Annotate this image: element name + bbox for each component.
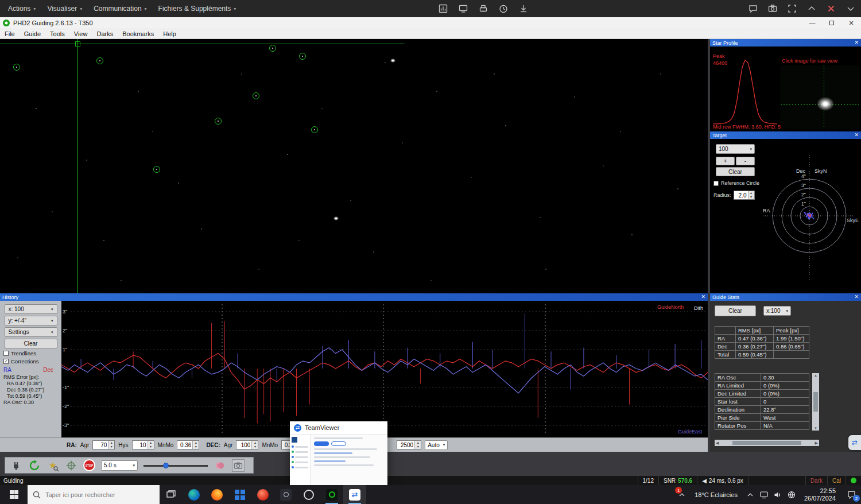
history-clear-button[interactable]: Clear — [5, 339, 57, 348]
scroll-up-icon[interactable]: ▴ — [815, 373, 817, 378]
vertical-scrollbar[interactable]: ▴ ▾ — [812, 373, 819, 431]
restore-button[interactable] — [822, 17, 841, 29]
star-thumbnail[interactable] — [781, 65, 859, 129]
ra-legend[interactable]: RA — [3, 367, 11, 373]
scroll-right-icon[interactable]: ▶ — [815, 441, 818, 445]
menu-darks[interactable]: Darks — [92, 30, 118, 37]
taskbar-app-edge[interactable] — [183, 485, 205, 504]
close-icon[interactable]: ✕ — [701, 294, 705, 300]
ra-agr-input[interactable] — [93, 441, 108, 449]
dec-agr-input[interactable] — [236, 441, 251, 449]
stats-clear-button[interactable]: Clear — [715, 305, 756, 316]
scroll-down-icon[interactable]: ▾ — [815, 426, 817, 431]
printer-icon[interactable] — [478, 3, 489, 14]
tray-volume-icon[interactable] — [771, 485, 785, 504]
menu-tools[interactable]: Tools — [45, 30, 69, 37]
tv-menu-communication[interactable]: Communication▾ — [94, 5, 146, 13]
tray-network-icon[interactable] — [785, 485, 798, 504]
menu-bookmarks[interactable]: Bookmarks — [118, 30, 158, 37]
zoom-out-button[interactable]: - — [736, 157, 755, 165]
collapse-toolbar-icon[interactable] — [806, 3, 817, 14]
session-stats-icon[interactable] — [437, 3, 449, 14]
tv-menu-visualiser[interactable]: Visualiser▾ — [47, 5, 82, 13]
brain-icon[interactable] — [214, 459, 226, 472]
taskbar-clock[interactable]: 22:55 26/07/2024 — [798, 487, 841, 502]
tv-menu-fichiers[interactable]: Fichiers & Suppléments▾ — [158, 5, 236, 13]
trendlines-checkbox[interactable] — [3, 351, 9, 356]
exposure-select[interactable]: 5.0 s▾ — [101, 460, 138, 471]
connect-equipment-icon[interactable] — [10, 459, 22, 472]
taskbar-app-teamviewer[interactable]: ⇄ — [343, 485, 366, 504]
minimize-button[interactable]: — — [802, 17, 822, 29]
target-zoom-select[interactable]: 100▾ — [716, 144, 755, 154]
teamviewer-sidebar-handle[interactable]: ⇄ — [848, 435, 861, 450]
scrollbar-thumb[interactable] — [732, 441, 801, 445]
tray-display-icon[interactable] — [757, 485, 771, 504]
close-session-button[interactable] — [825, 3, 837, 14]
download-icon[interactable] — [518, 3, 529, 14]
taskbar-app-phd2[interactable] — [320, 485, 343, 504]
close-button[interactable]: ✕ — [841, 17, 861, 29]
hidden-icons-chevron[interactable] — [743, 485, 757, 504]
slider-thumb[interactable] — [163, 463, 169, 468]
target-clear-button[interactable]: Clear — [716, 167, 755, 176]
close-icon[interactable]: ✕ — [854, 40, 859, 45]
spinner-buttons[interactable]: ▴▾ — [748, 191, 754, 199]
horizontal-scrollbar[interactable]: ◀ ▶ — [715, 440, 819, 446]
dec-mode-select[interactable]: Auto▾ — [425, 440, 448, 450]
guide-camera-image[interactable] — [0, 39, 708, 293]
radius-input[interactable] — [734, 191, 748, 199]
y-scale-button[interactable]: y: +/-4"▾ — [5, 316, 57, 325]
spinner-buttons[interactable]: ▴▾ — [414, 441, 421, 449]
session-timer-icon[interactable] — [498, 3, 509, 14]
reference-circle-row[interactable]: Reference Circle — [713, 180, 759, 186]
auto-select-star-icon[interactable]: ★ — [46, 459, 59, 472]
menu-view[interactable]: View — [69, 30, 92, 37]
slider-track[interactable] — [144, 465, 208, 467]
camera-settings-button[interactable] — [232, 459, 245, 472]
tray-overflow-chevron[interactable]: 1 — [675, 485, 689, 504]
trendlines-row[interactable]: Trendlines — [3, 350, 61, 356]
gamma-slider[interactable] — [144, 462, 208, 469]
close-icon[interactable]: ✕ — [854, 133, 859, 138]
ra-mnmo-input[interactable] — [177, 441, 192, 449]
zoom-in-button[interactable]: + — [716, 157, 735, 165]
stop-button[interactable]: STOP — [83, 459, 95, 471]
spinner-buttons[interactable]: ▴▾ — [251, 441, 258, 449]
task-view-button[interactable] — [160, 485, 183, 504]
loop-exposures-icon[interactable] — [28, 459, 41, 472]
menu-help[interactable]: Help — [158, 30, 181, 37]
corrections-checkbox[interactable]: ✓ — [3, 359, 9, 364]
settings-button[interactable]: Settings▾ — [5, 327, 57, 337]
screenshot-icon[interactable] — [767, 3, 778, 14]
menu-guide[interactable]: Guide — [20, 30, 45, 37]
taskbar-app-office[interactable] — [228, 485, 251, 504]
scroll-left-icon[interactable]: ◀ — [716, 441, 719, 445]
spinner-buttons[interactable]: ▴▾ — [148, 441, 154, 449]
max-dec-input[interactable] — [397, 441, 414, 449]
spinner-buttons[interactable]: ▴▾ — [192, 441, 199, 449]
taskbar-app-dark[interactable] — [274, 485, 297, 504]
action-center-button[interactable]: 2 — [841, 485, 861, 504]
dec-legend[interactable]: Dec — [43, 367, 53, 373]
popup-titlebar[interactable]: ⇄ TeamViewer — [290, 421, 387, 434]
taskbar-app-red[interactable] — [251, 485, 274, 504]
taskbar-app-gray[interactable] — [297, 485, 320, 504]
search-input[interactable] — [45, 491, 149, 498]
tv-menu-actions[interactable]: Actions▾ — [8, 5, 36, 13]
expand-more-icon[interactable] — [845, 3, 856, 14]
star-profile-content[interactable]: Peak 46400 Click image for raw view Mid … — [710, 46, 861, 131]
taskbar-app-firefox[interactable] — [205, 485, 228, 504]
menu-file[interactable]: File — [0, 30, 20, 37]
close-icon[interactable]: ✕ — [854, 294, 859, 300]
reference-circle-checkbox[interactable] — [713, 181, 719, 186]
spinner-buttons[interactable]: ▴▾ — [108, 441, 114, 449]
corrections-row[interactable]: ✓Corrections — [3, 358, 61, 365]
teamviewer-popup[interactable]: ⇄ TeamViewer — [290, 421, 387, 485]
start-button[interactable] — [0, 485, 28, 504]
chat-icon[interactable] — [747, 3, 759, 14]
begin-guiding-icon[interactable] — [65, 459, 77, 472]
fullscreen-icon[interactable] — [786, 3, 798, 14]
x-scale-button[interactable]: x: 100▾ — [5, 304, 57, 314]
weather-widget[interactable]: 18°C Eclaircies — [689, 491, 743, 498]
